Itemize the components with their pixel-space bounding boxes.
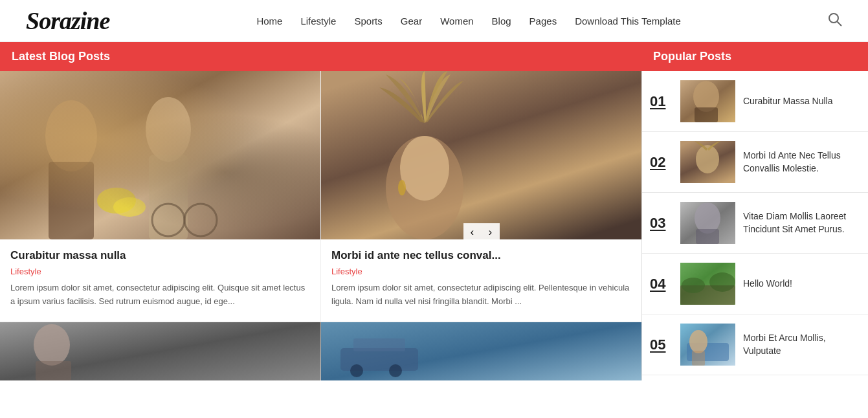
svg-point-34: [709, 272, 735, 292]
post-image-1[interactable]: [0, 71, 320, 239]
post-content-2: Morbi id ante nec tellus conval... Lifes…: [321, 239, 641, 315]
popular-num-1: 01: [650, 93, 673, 110]
popular-title-2[interactable]: Morbi Id Ante Nec Tellus Convallis Moles…: [743, 149, 860, 175]
nav-download[interactable]: Download This Template: [575, 16, 681, 27]
popular-item-1: 01 Curabitur Massa Nulla: [642, 71, 868, 132]
nav-lifestyle[interactable]: Lifestyle: [300, 16, 336, 27]
popular-num-3: 03: [650, 215, 673, 232]
post-excerpt-2: Lorem ipsum dolor sit amet, consectetur …: [331, 281, 631, 309]
popular-posts-list: 01 Curabitur Massa Nulla 02: [642, 71, 868, 375]
svg-point-27: [696, 145, 719, 173]
nav-sports[interactable]: Sports: [354, 16, 382, 27]
svg-point-22: [389, 364, 402, 377]
main-nav: Home Lifestyle Sports Gear Women Blog Pa…: [256, 16, 680, 27]
svg-point-13: [400, 136, 449, 201]
sections-header-row: Latest Blog Posts Popular Posts: [0, 42, 868, 71]
svg-rect-2: [0, 71, 320, 239]
popular-posts-header: Popular Posts: [641, 42, 868, 71]
post-image-2[interactable]: [321, 71, 641, 239]
next-arrow[interactable]: ›: [482, 223, 500, 241]
popular-title-1[interactable]: Curabitur Massa Nulla: [743, 95, 833, 108]
svg-rect-11: [321, 71, 641, 239]
thumb-svg-1: [0, 322, 321, 380]
svg-point-8: [113, 197, 146, 217]
popular-thumb-svg-2: [680, 141, 735, 183]
popular-thumb-1[interactable]: [680, 80, 735, 122]
popular-thumb-4[interactable]: [680, 263, 735, 305]
popular-thumb-svg-5: [680, 324, 735, 366]
post-image-svg-2: [321, 71, 641, 239]
popular-item-2: 02 Morbi Id Ante Nec Tellus Convallis Mo…: [642, 132, 868, 193]
post-card-1: Curabitur massa nulla Lifestyle Lorem ip…: [0, 71, 321, 322]
svg-rect-4: [49, 162, 94, 239]
main-content: Curabitur massa nulla Lifestyle Lorem ip…: [0, 71, 868, 380]
blog-section: Curabitur massa nulla Lifestyle Lorem ip…: [0, 71, 641, 380]
svg-point-21: [350, 364, 363, 377]
svg-point-9: [152, 204, 184, 236]
post-content-1: Curabitur massa nulla Lifestyle Lorem ip…: [0, 239, 320, 315]
svg-point-24: [693, 81, 719, 112]
svg-point-37: [689, 330, 707, 353]
popular-item-3: 03 Vitae Diam Mollis Laoreet Tincidunt S…: [642, 193, 868, 254]
popular-thumb-2[interactable]: [680, 141, 735, 183]
svg-point-3: [45, 100, 97, 171]
svg-point-7: [97, 188, 136, 214]
svg-point-14: [398, 180, 406, 195]
svg-point-10: [184, 204, 217, 236]
post-title-1[interactable]: Curabitur massa nulla: [10, 248, 310, 263]
header: Sorazine Home Lifestyle Sports Gear Wome…: [0, 0, 868, 42]
popular-thumb-svg-3: [680, 202, 735, 244]
search-icon: [828, 12, 842, 27]
svg-line-1: [837, 21, 841, 26]
latest-blog-header: Latest Blog Posts: [0, 42, 641, 71]
nav-pages[interactable]: Pages: [529, 16, 557, 27]
svg-rect-25: [695, 107, 718, 122]
popular-title-3[interactable]: Vitae Diam Mollis Laoreet Tincidunt Sit …: [743, 210, 860, 236]
popular-thumb-svg-4: [680, 263, 735, 305]
posts-grid: Curabitur massa nulla Lifestyle Lorem ip…: [0, 71, 641, 322]
prev-arrow[interactable]: ‹: [463, 223, 482, 241]
post-category-1[interactable]: Lifestyle: [10, 267, 310, 276]
popular-title-4[interactable]: Hello World!: [743, 278, 792, 291]
popular-num-5: 05: [650, 336, 673, 353]
nav-gear[interactable]: Gear: [401, 16, 422, 27]
svg-rect-20: [353, 338, 405, 351]
post-excerpt-1: Lorem ipsum dolor sit amet, consectetur …: [10, 281, 310, 309]
svg-rect-38: [692, 351, 705, 366]
svg-point-29: [695, 203, 720, 234]
site-logo[interactable]: Sorazine: [26, 6, 109, 35]
search-button[interactable]: [828, 12, 842, 30]
post-nav-arrows: ‹ ›: [321, 223, 641, 241]
svg-point-5: [146, 97, 191, 162]
popular-thumb-svg-1: [680, 80, 735, 122]
popular-item-5: 05 Morbi Et Arcu Mollis, Vulputate: [642, 314, 868, 375]
popular-title-5[interactable]: Morbi Et Arcu Mollis, Vulputate: [743, 332, 860, 357]
thumb-svg-2: [321, 322, 642, 380]
sidebar: 01 Curabitur Massa Nulla 02: [641, 71, 868, 380]
post-category-2[interactable]: Lifestyle: [331, 267, 631, 276]
post-title-2[interactable]: Morbi id ante nec tellus conval...: [331, 248, 631, 263]
popular-num-2: 02: [650, 154, 673, 171]
svg-point-16: [34, 324, 70, 366]
svg-rect-6: [149, 155, 188, 239]
svg-rect-17: [36, 361, 71, 380]
svg-point-0: [829, 14, 838, 23]
svg-rect-30: [696, 229, 719, 244]
post-card-2: ‹ › Morbi id ante nec tellus conval... L…: [321, 71, 641, 322]
popular-item-4: 04 Hello World!: [642, 254, 868, 314]
post-thumb-2[interactable]: [321, 322, 642, 380]
post-image-svg-1: [0, 71, 320, 239]
post-thumb-1[interactable]: [0, 322, 321, 380]
nav-home[interactable]: Home: [256, 16, 282, 27]
nav-blog[interactable]: Blog: [492, 16, 511, 27]
nav-women[interactable]: Women: [440, 16, 473, 27]
popular-num-4: 04: [650, 276, 673, 292]
svg-point-33: [682, 278, 705, 293]
popular-thumb-5[interactable]: [680, 324, 735, 366]
popular-thumb-3[interactable]: [680, 202, 735, 244]
posts-bottom: [0, 322, 641, 380]
